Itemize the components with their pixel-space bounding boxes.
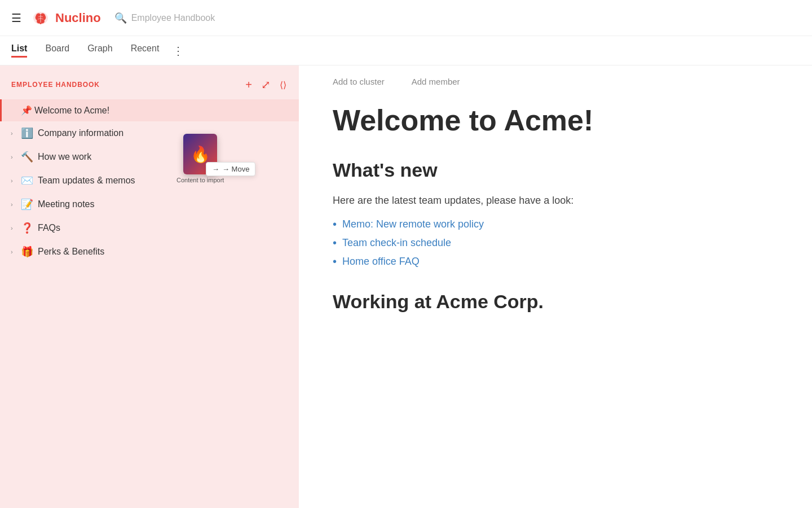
tab-more-icon[interactable]: ⋮: [173, 44, 184, 58]
tab-board[interactable]: Board: [45, 43, 69, 58]
sidebar-item-meeting-notes[interactable]: › 📝 Meeting notes: [0, 192, 299, 216]
tab-graph[interactable]: Graph: [87, 43, 112, 58]
expand-button[interactable]: ⤢: [260, 77, 272, 93]
search-area[interactable]: 🔍 Employee Handbook: [114, 12, 215, 24]
sidebar-item-perks[interactable]: › 🎁 Perks & Benefits: [0, 240, 299, 264]
item-label-meeting-notes: Meeting notes: [38, 199, 280, 209]
item-label-company: Company information: [38, 128, 280, 138]
sidebar: EMPLOYEE HANDBOOK + ⤢ ⟨⟩ 📌 Welcome to Ac…: [0, 65, 299, 508]
chevron-company: ›: [11, 130, 17, 137]
main-layout: EMPLOYEE HANDBOOK + ⤢ ⟨⟩ 📌 Welcome to Ac…: [0, 65, 812, 508]
chevron-team-updates: ›: [11, 177, 17, 184]
content-area: Add to cluster Add member Welcome to Acm…: [299, 65, 812, 508]
section-whats-new-heading: What's new: [333, 159, 778, 181]
tab-bar: List Board Graph Recent ⋮: [0, 36, 812, 65]
add-member-button[interactable]: Add member: [412, 77, 460, 86]
section-whats-new-intro: Here are the latest team updates, please…: [333, 192, 778, 209]
emoji-how-we-work: 🔨: [21, 151, 33, 163]
item-label-welcome: Welcome to Acme!: [34, 106, 290, 116]
search-input[interactable]: Employee Handbook: [131, 13, 215, 23]
emoji-perks: 🎁: [21, 246, 33, 258]
emoji-team-updates: ✉️: [21, 174, 33, 187]
list-item-home-office[interactable]: Home office FAQ: [333, 255, 778, 268]
tab-list[interactable]: List: [11, 43, 27, 58]
search-icon: 🔍: [114, 12, 127, 24]
drag-ghost: 🔥 Content to import → → Move: [176, 134, 224, 183]
move-tooltip-text: → Move: [222, 165, 249, 173]
list-item-checkin[interactable]: Team check-in schedule: [333, 237, 778, 249]
whats-new-list: Memo: New remote work policy Team check-…: [333, 218, 778, 268]
emoji-meeting-notes: 📝: [21, 198, 33, 211]
chevron-perks: ›: [11, 248, 17, 255]
sidebar-item-company[interactable]: › ℹ️ Company information: [0, 121, 299, 145]
add-to-cluster-button[interactable]: Add to cluster: [333, 77, 385, 86]
drag-ghost-label: Content to import: [176, 177, 224, 183]
pin-icon: 📌: [21, 105, 32, 116]
logo-name: Nuclino: [55, 11, 101, 25]
sidebar-item-welcome[interactable]: 📌 Welcome to Acme!: [0, 99, 299, 121]
section-working-heading: Working at Acme Corp.: [333, 291, 778, 313]
tab-recent[interactable]: Recent: [131, 43, 160, 58]
add-item-button[interactable]: +: [244, 77, 253, 93]
move-tooltip: → → Move: [206, 162, 255, 176]
hamburger-icon[interactable]: ☰: [11, 11, 21, 25]
sidebar-title: EMPLOYEE HANDBOOK: [11, 81, 100, 89]
chevron-faqs: ›: [11, 225, 17, 231]
logo-area[interactable]: Nuclino: [30, 8, 101, 28]
brain-icon: [30, 8, 51, 28]
sidebar-item-faqs[interactable]: › ❓ FAQs: [0, 216, 299, 240]
sidebar-items: 📌 Welcome to Acme! › ℹ️ Company informat…: [0, 99, 299, 275]
item-label-team-updates: Team updates & memos: [38, 176, 280, 186]
sidebar-item-how-we-work[interactable]: › 🔨 How we work 🔥 Content to import → → …: [0, 145, 299, 169]
top-nav: ☰ Nuclino 🔍 Employee Handbook: [0, 0, 812, 36]
emoji-faqs: ❓: [21, 222, 33, 234]
sidebar-actions: + ⤢ ⟨⟩: [244, 77, 288, 93]
chevron-meeting-notes: ›: [11, 201, 17, 208]
list-item-memo[interactable]: Memo: New remote work policy: [333, 218, 778, 231]
move-arrow-icon: →: [212, 165, 219, 173]
emoji-company: ℹ️: [21, 127, 33, 139]
page-title: Welcome to Acme!: [333, 104, 778, 137]
item-label-how-we-work: How we work: [38, 152, 280, 162]
chevron-how-we-work: ›: [11, 154, 17, 160]
item-label-perks: Perks & Benefits: [38, 247, 280, 257]
item-label-faqs: FAQs: [38, 223, 280, 233]
content-toolbar: Add to cluster Add member: [333, 65, 778, 104]
sidebar-header: EMPLOYEE HANDBOOK + ⤢ ⟨⟩: [0, 65, 299, 99]
collapse-button[interactable]: ⟨⟩: [279, 78, 288, 91]
